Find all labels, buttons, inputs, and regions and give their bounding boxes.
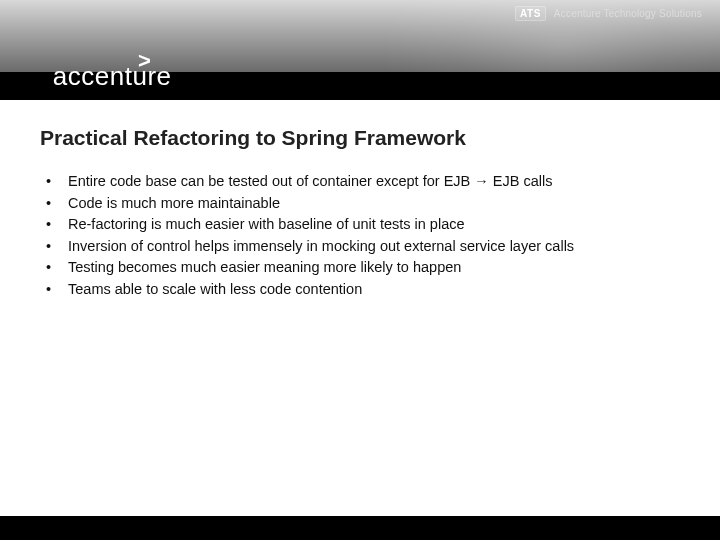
footer-band [0,516,720,540]
list-item: •Testing becomes much easier meaning mor… [46,258,680,278]
ats-text: Accenture Technology Solutions [554,8,702,19]
chevron-icon: > [138,50,149,72]
bullet-icon: • [46,258,68,278]
list-item-text: Entire code base can be tested out of co… [68,172,680,192]
list-item-text: Teams able to scale with less code conte… [68,280,680,300]
list-item-text: Inversion of control helps immensely in … [68,237,680,257]
header-band: ATS Accenture Technology Solutions > acc… [0,0,720,100]
list-item: •Entire code base can be tested out of c… [46,172,680,192]
logo-text: accenture [53,61,172,92]
slide-title: Practical Refactoring to Spring Framewor… [40,126,680,150]
bullet-list: •Entire code base can be tested out of c… [46,172,680,299]
list-item: •Code is much more maintainable [46,194,680,214]
accenture-logo: > accenture [42,61,172,92]
bullet-icon: • [46,280,68,300]
list-item: •Re-factoring is much easier with baseli… [46,215,680,235]
slide: ATS Accenture Technology Solutions > acc… [0,0,720,540]
ats-badge: ATS [515,6,546,21]
list-item: •Teams able to scale with less code cont… [46,280,680,300]
bullet-icon: • [46,194,68,214]
slide-content: Practical Refactoring to Spring Framewor… [0,100,720,299]
bullet-icon: • [46,237,68,257]
bullet-icon: • [46,172,68,192]
list-item-text: Testing becomes much easier meaning more… [68,258,680,278]
list-item: •Inversion of control helps immensely in… [46,237,680,257]
list-item-text: Re-factoring is much easier with baselin… [68,215,680,235]
list-item-text: Code is much more maintainable [68,194,680,214]
ats-branding: ATS Accenture Technology Solutions [515,6,702,21]
bullet-icon: • [46,215,68,235]
